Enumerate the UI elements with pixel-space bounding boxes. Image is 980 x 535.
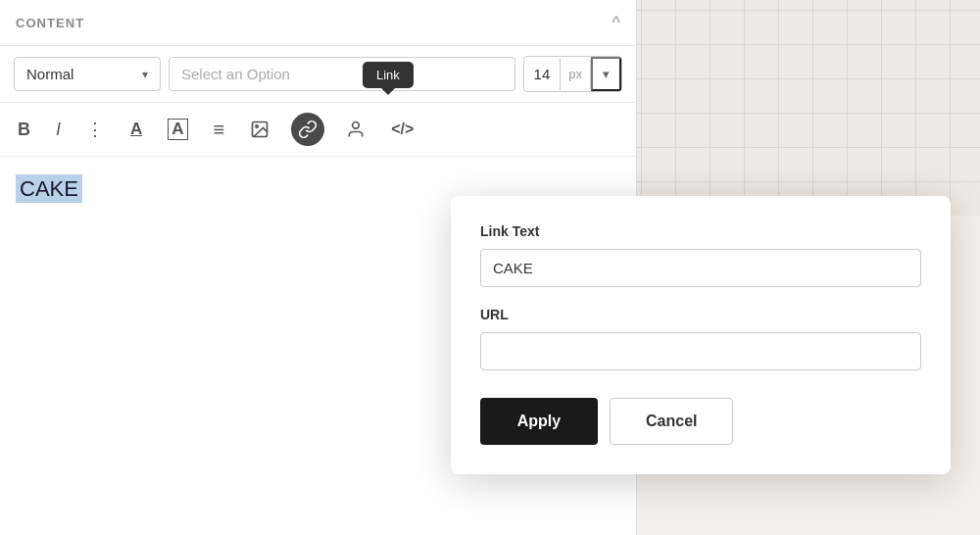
- link-icon: [298, 120, 318, 139]
- bold-icon: B: [18, 120, 30, 140]
- person-icon: [346, 120, 366, 139]
- font-size-value: 14: [524, 58, 562, 90]
- collapse-button[interactable]: ^: [612, 14, 620, 31]
- font-size-group: 14 px ▾: [523, 56, 622, 92]
- link-tooltip: Link: [363, 62, 414, 88]
- link-text-input[interactable]: [480, 249, 921, 287]
- selected-text: CAKE: [16, 174, 82, 203]
- url-input[interactable]: [480, 332, 921, 370]
- font-size-dropdown-arrow[interactable]: ▾: [591, 57, 621, 91]
- format-dropdown[interactable]: Normal ▾: [14, 57, 161, 91]
- code-button[interactable]: </>: [387, 117, 417, 142]
- highlight-icon: A: [168, 119, 187, 140]
- link-dialog: Link Text URL Apply Cancel: [451, 196, 951, 474]
- image-button[interactable]: [246, 116, 273, 143]
- italic-button[interactable]: I: [52, 116, 65, 144]
- content-header: CONTENT ^: [0, 0, 636, 46]
- code-icon: </>: [391, 121, 414, 138]
- underline-button[interactable]: A: [126, 116, 146, 143]
- link-tooltip-label: Link: [376, 68, 400, 82]
- content-title: CONTENT: [16, 16, 84, 30]
- toolbar-row-1: Normal ▾ Select an Option 14 px ▾: [0, 46, 636, 103]
- link-text-label: Link Text: [480, 223, 921, 239]
- link-button[interactable]: [291, 113, 324, 146]
- italic-icon: I: [56, 120, 61, 140]
- format-dropdown-arrow: ▾: [142, 68, 148, 81]
- bold-button[interactable]: B: [14, 116, 34, 144]
- option-dropdown[interactable]: Select an Option: [169, 57, 515, 91]
- underline-icon: A: [130, 120, 142, 139]
- highlight-button[interactable]: A: [164, 115, 191, 144]
- align-button[interactable]: ≡: [210, 115, 229, 145]
- svg-point-1: [256, 125, 259, 127]
- image-icon: [250, 120, 270, 139]
- format-dropdown-label: Normal: [26, 66, 74, 82]
- apply-button[interactable]: Apply: [480, 398, 598, 445]
- more-icon: ⋮: [86, 119, 105, 140]
- align-icon: ≡: [214, 119, 225, 141]
- person-button[interactable]: [342, 116, 369, 143]
- more-button[interactable]: ⋮: [82, 115, 109, 144]
- url-label: URL: [480, 307, 921, 322]
- option-dropdown-label: Select an Option: [181, 66, 290, 82]
- toolbar-row-2: Link B I ⋮ A A ≡: [0, 103, 636, 157]
- background-grid: [608, 0, 980, 216]
- dialog-actions: Apply Cancel: [480, 398, 921, 445]
- svg-point-2: [353, 122, 360, 129]
- cancel-button[interactable]: Cancel: [610, 398, 733, 445]
- font-unit-label: px: [561, 59, 591, 89]
